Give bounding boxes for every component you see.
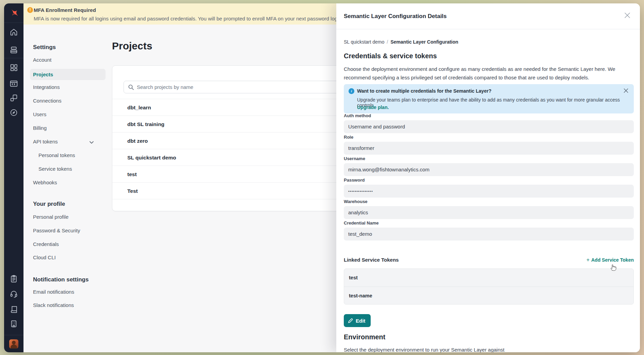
linked-service-tokens-label: Linked Service Tokens: [344, 257, 399, 263]
username-value: mirna.wong@fishtownanalytics.com: [344, 163, 634, 176]
credential-name-field: Credential Name test_demo: [344, 220, 634, 241]
breadcrumb-current: Semantic Layer Configuration: [390, 39, 458, 45]
environment-description: Select the deployment environment to run…: [344, 347, 504, 352]
sidebar-item-api-tokens[interactable]: API tokens: [33, 139, 58, 144]
sidebar-item-service-tokens[interactable]: Service tokens: [38, 166, 72, 172]
service-token-row: test-name: [344, 287, 633, 304]
warehouse-value: analytics: [344, 206, 634, 219]
upgrade-info-box: i Want to create multiple credentials fo…: [344, 84, 634, 113]
search-input[interactable]: [137, 81, 355, 93]
warning-icon: !: [27, 7, 33, 13]
app-window: ! MFA Enrollment Required MFA is now req…: [4, 3, 640, 352]
credentials-heading: Credentials & service tokens: [344, 52, 437, 60]
role-field: Role transformer: [344, 135, 634, 155]
dashboard-icon[interactable]: [10, 63, 18, 72]
edit-button[interactable]: Edit: [344, 314, 371, 327]
sidebar-item-credentials[interactable]: Credentials: [33, 241, 59, 247]
semantic-layer-panel: Semantic Layer Configuration Details SL …: [336, 3, 640, 352]
service-token-row: test: [344, 269, 633, 287]
settings-heading: Settings: [33, 44, 56, 51]
banner-title: MFA Enrollment Required: [34, 7, 96, 13]
auth-method-value: Username and password: [344, 120, 634, 133]
dbt-logo[interactable]: [9, 9, 19, 19]
search-icon: [128, 84, 134, 90]
info-close-icon[interactable]: [623, 88, 629, 94]
password-field: Password •••••••••••••••: [344, 178, 634, 198]
sidebar-item-slack-notifications[interactable]: Slack notifications: [33, 302, 74, 308]
sidebar-item-cloud-cli[interactable]: Cloud CLI: [33, 254, 56, 260]
close-icon[interactable]: [624, 12, 631, 19]
support-icon[interactable]: [10, 290, 18, 298]
home-icon[interactable]: [10, 28, 18, 36]
sidebar-item-password-security[interactable]: Password & Security: [33, 228, 80, 233]
sidebar-item-billing[interactable]: Billing: [33, 125, 47, 131]
sidebar-item-users[interactable]: Users: [33, 111, 46, 117]
breadcrumb-project[interactable]: SL quickstart demo: [344, 39, 384, 45]
sidebar-item-personal-tokens[interactable]: Personal tokens: [38, 152, 75, 158]
develop-icon[interactable]: [10, 79, 18, 88]
deploy-icon[interactable]: [10, 46, 18, 54]
panel-title: Semantic Layer Configuration Details: [344, 13, 447, 20]
tasks-icon[interactable]: [10, 275, 18, 283]
chevron-down-icon[interactable]: [89, 140, 94, 145]
upgrade-plan-link[interactable]: Upgrade plan.: [357, 105, 389, 110]
notification-settings-heading: Notification settings: [33, 276, 88, 283]
info-title: Want to create multiple credentials for …: [357, 88, 492, 94]
organization-icon[interactable]: [10, 320, 18, 328]
add-service-token-button[interactable]: +Add Service Token: [586, 257, 634, 263]
app-rail: [4, 3, 23, 352]
warehouse-field: Warehouse analytics: [344, 199, 634, 219]
password-value: •••••••••••••••: [344, 185, 634, 198]
sidebar-item-personal-profile[interactable]: Personal profile: [33, 214, 68, 220]
service-token-list: test test-name: [344, 268, 634, 305]
sidebar-item-account[interactable]: Account: [33, 57, 51, 63]
auth-method-field: Auth method Username and password: [344, 113, 634, 133]
project-search: [124, 81, 362, 93]
sidebar-item-integrations[interactable]: Integrations: [33, 84, 60, 90]
environment-heading: Environment: [344, 333, 385, 341]
breadcrumb: SL quickstart demo/Semantic Layer Config…: [344, 39, 458, 45]
your-profile-heading: Your profile: [33, 201, 65, 207]
user-avatar[interactable]: [9, 339, 18, 349]
sidebar-item-webhooks[interactable]: Webhooks: [33, 180, 57, 185]
banner-message: MFA is now required for all logins using…: [34, 16, 381, 21]
docs-icon[interactable]: [10, 305, 18, 314]
info-icon: i: [349, 88, 354, 94]
divider: [336, 29, 640, 29]
explore-icon[interactable]: [10, 108, 18, 117]
projects-icon[interactable]: [10, 94, 18, 102]
pencil-icon: [348, 318, 353, 323]
sidebar-item-email-notifications[interactable]: Email notifications: [33, 289, 74, 295]
sidebar-item-connections[interactable]: Connections: [33, 98, 61, 104]
role-value: transformer: [344, 142, 634, 155]
credential-name-value: test_demo: [344, 228, 634, 241]
info-body: Upgrade your teams plan to enterprise an…: [357, 97, 634, 108]
page-title: Projects: [112, 40, 152, 52]
credentials-description: Choose the deployment environment and co…: [344, 65, 632, 82]
sidebar-item-projects-label[interactable]: Projects: [33, 72, 53, 77]
username-field: Username mirna.wong@fishtownanalytics.co…: [344, 156, 634, 176]
plus-icon: +: [586, 257, 591, 263]
